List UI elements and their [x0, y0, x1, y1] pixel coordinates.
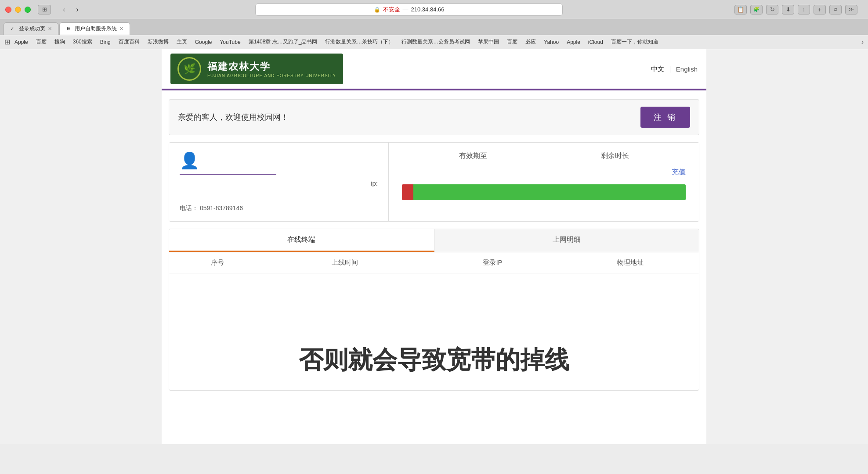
insecure-label: 不安全: [383, 6, 400, 14]
bookmark-google[interactable]: Google: [192, 38, 216, 47]
col-header-sn: 序号: [169, 259, 266, 267]
tab-headers: 在线终端 上网明细: [169, 229, 699, 252]
tab-user-service[interactable]: 🖥 用户自助服务系统 ✕: [59, 22, 130, 35]
tab-title-2: 用户自助服务系统: [75, 25, 117, 32]
tab-favicon-2: 🖥: [66, 26, 72, 32]
tabs-overview-button[interactable]: ⧉: [829, 5, 842, 14]
new-tab-button[interactable]: +: [814, 5, 826, 14]
download-button[interactable]: ⬇: [782, 5, 794, 14]
university-name-en: FUJIAN AGRICULTURE AND FORESTRY UNIVERSI…: [207, 73, 336, 78]
expand-button[interactable]: ≫: [845, 5, 857, 14]
toolbar-right: 📋 🧩 ↻ ⬇ ↑ + ⧉ ≫: [734, 5, 857, 14]
stats-card: 有效期至 剩余时长 充值: [389, 143, 699, 221]
stats-header: 有效期至 剩余时长: [402, 151, 686, 161]
table-header: 序号 上线时间 登录IP 物理地址: [169, 252, 699, 273]
share-button[interactable]: ↑: [798, 5, 810, 14]
col-header-time: 上线时间: [266, 259, 424, 267]
browser-tabs-row: ✓ 登录成功页 ✕ 🖥 用户自助服务系统 ✕: [0, 19, 868, 35]
bookmark-icloud[interactable]: iCloud: [585, 38, 607, 47]
col-header-ip: 登录IP: [424, 259, 561, 267]
logout-button[interactable]: 注 销: [640, 107, 690, 128]
university-name-cn: 福建农林大学: [207, 60, 336, 73]
logo-leaf-icon: 🌿: [184, 63, 195, 75]
tab-title-1: 登录成功页: [19, 25, 45, 32]
lang-english-btn[interactable]: English: [676, 65, 698, 73]
bookmark-math1[interactable]: 行测数量关系…杀技巧（下）: [322, 37, 397, 47]
minimize-button[interactable]: [15, 7, 21, 13]
bookmark-weibo[interactable]: 新浪微博: [144, 37, 172, 47]
reload-button[interactable]: ↻: [766, 5, 778, 14]
lang-chinese-btn[interactable]: 中文: [651, 65, 664, 73]
nav-arrows: ‹ ›: [58, 5, 83, 14]
bookmark-home[interactable]: 主页: [173, 37, 191, 47]
bookmark-baidubaike[interactable]: 百度百科: [115, 37, 143, 47]
progress-bar-wrap: [402, 184, 686, 201]
info-cards: 👤 ip: 电话： 0591-83789146 有效期至 剩余时长 充值: [169, 142, 699, 222]
tab-favicon-1: ✓: [10, 26, 16, 32]
bookmark-novel[interactable]: 第1408章 志…又跑了_品书网: [245, 37, 321, 47]
sidebar-toggle-button[interactable]: ⊞: [38, 5, 51, 14]
lang-divider: ｜: [667, 65, 673, 73]
security-icon: 🔒: [374, 7, 380, 13]
bookmark-math2[interactable]: 行测数量关系…公务员考试网: [398, 37, 474, 47]
bookmarks-bar: ⊞ Apple 百度 搜狗 360搜索 Bing 百度百科 新浪微博 主页 Go…: [0, 35, 868, 49]
language-switcher: 中文 ｜ English: [651, 65, 698, 73]
col-header-mac: 物理地址: [561, 259, 699, 267]
tab-login-success[interactable]: ✓ 登录成功页 ✕: [4, 22, 58, 35]
welcome-banner: 亲爱的客人，欢迎使用校园网！ 注 销: [169, 99, 699, 135]
forward-button[interactable]: ›: [71, 5, 83, 14]
progress-bar: [402, 184, 686, 200]
bookmark-bidu[interactable]: 必应: [522, 37, 539, 47]
ip-display: ip:: [180, 180, 378, 187]
section-tabs: 在线终端 上网明细 序号 上线时间 登录IP 物理地址 否则就会导致宽带的掉线: [169, 229, 699, 391]
close-button[interactable]: [5, 7, 11, 13]
site-header: 🌿 福建农林大学 FUJIAN AGRICULTURE AND FORESTRY…: [162, 49, 706, 90]
page-content: 🌿 福建农林大学 FUJIAN AGRICULTURE AND FORESTRY…: [0, 49, 868, 444]
bookmark-baidu[interactable]: 百度: [33, 37, 50, 47]
tab-close-2[interactable]: ✕: [119, 26, 123, 32]
university-logo: 🌿 福建农林大学 FUJIAN AGRICULTURE AND FORESTRY…: [170, 54, 343, 84]
phone-value: 0591-83789146: [200, 205, 243, 212]
bookmark-360[interactable]: 360搜索: [69, 37, 96, 47]
address-separator: —: [403, 6, 409, 13]
site-wrapper: 🌿 福建农林大学 FUJIAN AGRICULTURE AND FORESTRY…: [162, 49, 706, 444]
back-button[interactable]: ‹: [58, 5, 70, 14]
bookmark-apple[interactable]: Apple: [11, 38, 32, 47]
tab-online-terminals[interactable]: 在线终端: [169, 229, 434, 252]
watermark-text: 否则就会导致宽带的掉线: [169, 326, 699, 390]
bookmark-youtube[interactable]: YouTube: [216, 38, 244, 47]
address-bar-container: 🔒 不安全 — 210.34.84.66: [119, 4, 699, 16]
user-name-field: [180, 172, 276, 175]
remaining-time-label: 剩余时长: [601, 151, 629, 161]
window-chrome: ⊞ ‹ › 🔒 不安全 — 210.34.84.66 📋 🧩 ↻ ⬇ ↑ + ⧉…: [0, 0, 868, 19]
reader-view-button[interactable]: 📋: [734, 5, 747, 14]
valid-until-label: 有效期至: [459, 151, 487, 161]
bookmark-baidusearch[interactable]: 百度一下，你就知道: [608, 37, 662, 47]
extensions-button[interactable]: 🧩: [750, 5, 763, 14]
welcome-text: 亲爱的客人，欢迎使用校园网！: [178, 112, 289, 122]
logo-text-group: 福建农林大学 FUJIAN AGRICULTURE AND FORESTRY U…: [207, 60, 336, 78]
logo-icon: 🌿: [177, 57, 201, 81]
progress-red-segment: [402, 184, 413, 200]
url-text: 210.34.84.66: [411, 6, 445, 13]
address-bar[interactable]: 🔒 不安全 — 210.34.84.66: [255, 4, 563, 16]
user-avatar-icon: 👤: [180, 151, 378, 170]
bookmark-sougou[interactable]: 搜狗: [51, 37, 69, 47]
table-body: [169, 273, 699, 326]
traffic-lights: [5, 7, 31, 13]
user-card: 👤 ip: 电话： 0591-83789146: [169, 143, 389, 221]
bookmark-bing[interactable]: Bing: [97, 38, 114, 47]
grid-icon[interactable]: ⊞: [4, 38, 10, 46]
tab-close-1[interactable]: ✕: [48, 26, 52, 32]
phone-label: 电话：: [180, 205, 198, 212]
bookmark-apple-cn[interactable]: 苹果中国: [474, 37, 503, 47]
bookmark-yahoo[interactable]: Yahoo: [540, 38, 562, 47]
progress-green-segment: [413, 184, 686, 200]
bookmarks-more-button[interactable]: ›: [861, 38, 864, 46]
phone-display: 电话： 0591-83789146: [180, 205, 378, 212]
recharge-link[interactable]: 充值: [402, 168, 686, 177]
bookmark-apple2[interactable]: Apple: [563, 38, 584, 47]
maximize-button[interactable]: [25, 7, 31, 13]
tab-usage-detail[interactable]: 上网明细: [434, 229, 699, 252]
bookmark-baidu2[interactable]: 百度: [503, 37, 521, 47]
